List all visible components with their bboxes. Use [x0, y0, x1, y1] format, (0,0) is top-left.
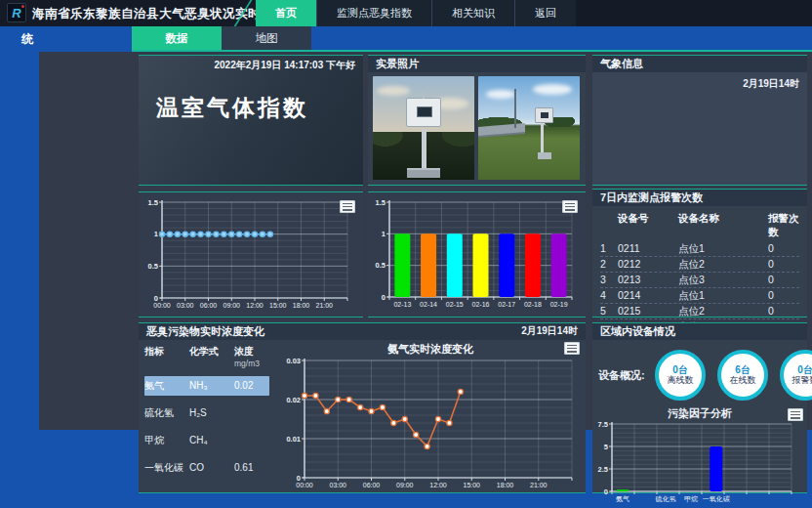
alarm-table-header: 设备号 设备名称 报警次数: [592, 206, 807, 241]
odor-table-rows: 氨气NH₃0.02硫化氢H₂S甲烷CH₄一氧化碳CO0.61: [144, 376, 269, 478]
device-overview-label: 设备概况:: [598, 368, 655, 383]
subbar: 统 数据地图: [0, 26, 812, 52]
svg-text:12:00: 12:00: [246, 302, 264, 309]
svg-text:00:00: 00:00: [153, 302, 171, 309]
alarm-table-row: 20212点位20: [600, 257, 799, 273]
daily-index-bar-chart: 00.511.502-1302-1402-1502-1602-1702-1802…: [368, 192, 580, 313]
photos-panel-header: 实景照片: [368, 56, 586, 72]
col-device-name: 设备名称: [678, 212, 768, 239]
svg-text:0: 0: [382, 293, 386, 302]
tab-0[interactable]: 数据: [132, 26, 222, 52]
svg-text:21:00: 21:00: [530, 482, 548, 488]
svg-text:09:00: 09:00: [396, 482, 414, 488]
tab-underline: [132, 50, 812, 52]
nav-item-1[interactable]: 监测点恶臭指数: [316, 0, 431, 26]
stat-label: 在线数: [730, 375, 756, 386]
view-tabs: 数据地图: [132, 26, 311, 52]
left-rail: [0, 26, 39, 508]
svg-text:1: 1: [382, 230, 386, 238]
tab-1[interactable]: 地图: [222, 26, 311, 52]
logo-glyph: R: [12, 6, 20, 21]
svg-text:7.5: 7.5: [598, 420, 608, 429]
monitoring-device: [535, 107, 553, 123]
svg-text:氨气: 氨气: [616, 495, 629, 502]
device-pole: [541, 122, 544, 155]
odor-panel: 恶臭污染物实时浓度变化 2月19日14时 指标 化学式 浓度 mg/m3 氨气N…: [139, 322, 586, 493]
chart-menu-icon[interactable]: [340, 200, 355, 213]
stat-label: 离线数: [668, 375, 694, 386]
cloud-shape: [486, 90, 515, 99]
odor-panel-header: 恶臭污染物实时浓度变化 2月19日14时: [139, 323, 586, 340]
app-title-wrap: 统: [21, 31, 33, 48]
col-device-no: 设备号: [618, 212, 678, 239]
nav-item-2[interactable]: 相关知识: [431, 0, 514, 26]
dashboard-page: R 海南省乐东黎族自治县大气恶臭状况实时发布系 首页监测点恶臭指数相关知识返回 …: [0, 0, 812, 508]
top-navigation: 首页监测点恶臭指数相关知识返回: [256, 0, 576, 26]
photos-panel-title: 实景照片: [376, 56, 419, 72]
svg-text:5: 5: [604, 443, 608, 451]
device-stat-circle-1: 6台在线数: [717, 350, 768, 401]
odor-table-row: 硫化氢H₂S: [144, 403, 269, 423]
svg-text:0.02: 0.02: [286, 396, 301, 404]
chart-menu-icon[interactable]: [564, 342, 580, 355]
weather-panel-header: 气象信息: [592, 56, 807, 72]
svg-text:15:00: 15:00: [269, 302, 287, 309]
odor-table: 指标 化学式 浓度 mg/m3 氨气NH₃0.02硫化氢H₂S甲烷CH₄一氧化碳…: [139, 340, 275, 493]
svg-text:21:00: 21:00: [315, 302, 333, 309]
svg-text:0.5: 0.5: [376, 261, 386, 270]
alarm-panel-header: 7日内监测点报警次数: [592, 190, 807, 206]
alarm-table-row: 10211点位10: [600, 241, 799, 257]
topbar: R 海南省乐东黎族自治县大气恶臭状况实时发布系 首页监测点恶臭指数相关知识返回: [0, 0, 812, 26]
nav-item-0[interactable]: 首页: [256, 0, 316, 26]
device-stats: 0台离线数6台在线数0台报警数: [655, 350, 812, 401]
daily-index-chart-panel: 00.511.502-1302-1402-1502-1602-1702-1802…: [368, 191, 586, 318]
chart-menu-icon[interactable]: [788, 408, 803, 421]
stat-label: 报警数: [792, 375, 812, 386]
photo-row: [368, 72, 586, 184]
odor-panel-time: 2月19日14时: [521, 323, 578, 340]
device-pole: [422, 129, 426, 170]
svg-text:1.5: 1.5: [376, 198, 386, 207]
svg-text:09:00: 09:00: [223, 302, 240, 309]
alarm-table-rows: 10211点位1020212点位2030213点位3040214点位105021…: [592, 241, 807, 335]
site-photo-1: [373, 76, 474, 180]
col-unit: mg/m3: [234, 359, 269, 368]
ammonia-chart-title: 氨气实时浓度变化: [275, 342, 586, 356]
chart-menu-icon[interactable]: [562, 200, 578, 213]
pollution-factor-bar-chart: 02.557.5氨气硫化氢甲烷一氧化碳: [592, 420, 799, 504]
main-content: 2022年2月19日 14:17:03 下午好 温室气体指数 实景照片: [39, 52, 812, 508]
devices-panel: 区域内设备情况 设备概况: 0台离线数6台在线数0台报警数 污染因子分析 02.…: [592, 322, 807, 493]
col-formula: 化学式: [189, 345, 234, 359]
cloud-shape: [377, 86, 410, 96]
devices-panel-header: 区域内设备情况: [592, 323, 807, 340]
page-title: 温室气体指数: [156, 93, 308, 123]
stat-count: 0台: [797, 364, 812, 375]
svg-text:02-14: 02-14: [420, 301, 437, 308]
svg-text:甲烷: 甲烷: [684, 495, 698, 503]
svg-text:02-17: 02-17: [498, 301, 515, 308]
svg-text:02-19: 02-19: [550, 301, 568, 308]
hourly-index-line-chart: 00.511.500:0003:0006:0009:0012:0015:0018…: [139, 192, 357, 314]
weather-time: 2月19日14时: [743, 77, 799, 91]
odor-table-row: 一氧化碳CO0.61: [144, 458, 269, 478]
svg-text:00:00: 00:00: [296, 482, 313, 488]
alarm-table-row: 50215点位20: [600, 304, 799, 319]
svg-text:一氧化碳: 一氧化碳: [703, 495, 730, 503]
svg-text:06:00: 06:00: [363, 482, 381, 488]
alarm-table-panel: 7日内监测点报警次数 设备号 设备名称 报警次数 10211点位1020212点…: [592, 189, 807, 318]
col-indicator: 指标: [144, 345, 189, 359]
svg-text:2.5: 2.5: [598, 465, 608, 474]
svg-text:02-18: 02-18: [524, 301, 542, 308]
stat-count: 6台: [735, 364, 751, 375]
nav-item-3[interactable]: 返回: [514, 0, 576, 26]
weather-panel: 气象信息 2月19日14时: [592, 55, 807, 186]
odor-body: 指标 化学式 浓度 mg/m3 氨气NH₃0.02硫化氢H₂S甲烷CH₄一氧化碳…: [139, 340, 586, 493]
svg-text:06:00: 06:00: [200, 302, 218, 309]
svg-text:0.01: 0.01: [286, 435, 301, 444]
current-datetime: 2022年2月19日 14:17:03 下午好: [214, 59, 355, 72]
svg-text:02-16: 02-16: [472, 301, 490, 308]
ammonia-trend-line-chart: 00.010.020.0300:0003:0006:0009:0012:0015…: [275, 356, 586, 492]
device-stat-circle-2: 0台报警数: [780, 350, 812, 401]
svg-text:15:00: 15:00: [463, 482, 480, 488]
alarm-table-row: 30213点位30: [600, 273, 799, 288]
